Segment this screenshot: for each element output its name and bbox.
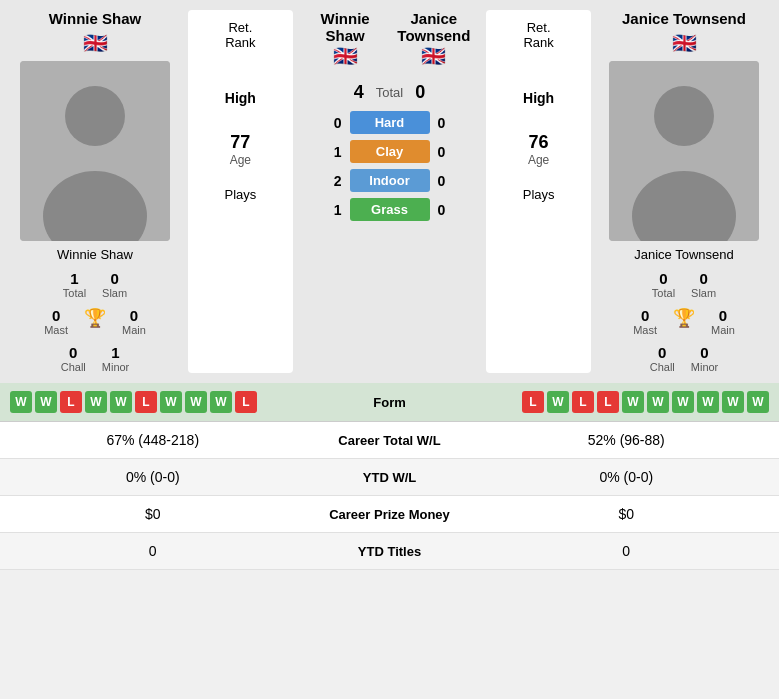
left-form-badge-1: W <box>35 391 57 413</box>
right-player-name: Janice Townsend <box>634 247 734 262</box>
stats-row-0: 67% (448-218) Career Total W/L 52% (96-8… <box>0 422 779 459</box>
right-form-badge-8: W <box>722 391 744 413</box>
surface-left-score-0: 0 <box>324 115 342 131</box>
right-ret-rank: Ret.Rank <box>523 20 553 50</box>
surface-row-2: 2 Indoor 0 <box>324 169 456 192</box>
left-form-badge-7: W <box>185 391 207 413</box>
right-form-badge-2: L <box>572 391 594 413</box>
right-mast-stat: 0 Mast <box>633 307 657 336</box>
right-chall-value: 0 <box>658 344 666 361</box>
left-total-value: 1 <box>70 270 78 287</box>
left-form-badge-9: L <box>235 391 257 413</box>
right-slam-stat: 0 Slam <box>691 270 716 299</box>
left-form-badge-4: W <box>110 391 132 413</box>
surface-badge-0: Hard <box>350 111 430 134</box>
right-minor-stat: 0 Minor <box>691 344 719 373</box>
right-form-badge-0: L <box>522 391 544 413</box>
right-player-photo <box>609 61 759 241</box>
right-player-stats-bot: 0 Chall 0 Minor <box>650 344 719 373</box>
center-right-player-name: Janice Townsend <box>390 10 479 44</box>
left-high: High <box>225 90 256 106</box>
right-form-badge-3: L <box>597 391 619 413</box>
total-score-row: 4 Total 0 <box>301 82 479 103</box>
left-trophy: 🏆 <box>84 307 106 336</box>
right-header-name: Janice Townsend <box>622 10 746 27</box>
left-age-label: Age <box>230 153 251 167</box>
center-left-name: Winnie Shaw 🇬🇧 <box>301 10 390 68</box>
left-flag: 🇬🇧 <box>83 31 108 55</box>
left-plays-label: Plays <box>224 187 256 202</box>
right-age-label: Age <box>528 153 549 167</box>
right-trophy: 🏆 <box>673 307 695 336</box>
center-left-flag: 🇬🇧 <box>301 44 390 68</box>
right-slam-label: Slam <box>691 287 716 299</box>
left-player-name: Winnie Shaw <box>57 247 133 262</box>
left-minor-value: 1 <box>111 344 119 361</box>
stats-row-3: 0 YTD Titles 0 <box>0 533 779 570</box>
surface-badge-1: Clay <box>350 140 430 163</box>
right-player-stats-mid: 0 Mast 🏆 0 Main <box>633 307 735 336</box>
form-label: Form <box>330 395 450 410</box>
right-age-value: 76 <box>528 132 549 153</box>
stats-center-2: Career Prize Money <box>290 507 490 522</box>
left-player-photo <box>20 61 170 241</box>
surface-right-score-3: 0 <box>438 202 456 218</box>
right-trophy-icon: 🏆 <box>673 307 695 329</box>
top-section: Winnie Shaw🇬🇧 Winnie Shaw 1 Total 0 Slam <box>0 0 779 383</box>
right-form-badges: LWLLWWWWWW <box>450 391 770 413</box>
left-player-stats-mid: 0 Mast 🏆 0 Main <box>44 307 146 336</box>
stats-center-3: YTD Titles <box>290 544 490 559</box>
left-form-badge-0: W <box>10 391 32 413</box>
stats-right-0: 52% (96-88) <box>490 432 764 448</box>
stats-left-3: 0 <box>16 543 290 559</box>
right-plays-label: Plays <box>523 187 555 202</box>
left-header-name: Winnie Shaw <box>49 10 141 27</box>
left-ret-rank: Ret.Rank <box>225 20 255 50</box>
left-player-stats-bot: 0 Chall 1 Minor <box>61 344 130 373</box>
right-form-badge-4: W <box>622 391 644 413</box>
left-main-value: 0 <box>130 307 138 324</box>
right-total-label: Total <box>652 287 675 299</box>
right-slam-value: 0 <box>699 270 707 287</box>
stats-right-3: 0 <box>490 543 764 559</box>
left-total-label: Total <box>63 287 86 299</box>
left-main-label: Main <box>122 324 146 336</box>
stats-right-2: $0 <box>490 506 764 522</box>
left-mast-label: Mast <box>44 324 68 336</box>
center-left-player-name: Winnie Shaw <box>301 10 390 44</box>
form-row: WWLWWLWWWL Form LWLLWWWWWW <box>0 383 779 422</box>
surface-rows: 0 Hard 0 1 Clay 0 2 Indoor 0 1 Grass 0 <box>301 111 479 221</box>
left-minor-label: Minor <box>102 361 130 373</box>
left-total-stat: 1 Total <box>63 270 86 299</box>
right-chall-label: Chall <box>650 361 675 373</box>
left-mast-stat: 0 Mast <box>44 307 68 336</box>
left-trophy-icon: 🏆 <box>84 307 106 329</box>
total-label: Total <box>376 85 403 100</box>
surface-left-score-1: 1 <box>324 144 342 160</box>
left-main-stat: 0 Main <box>122 307 146 336</box>
left-age-value: 77 <box>230 132 251 153</box>
center-right-name: Janice Townsend 🇬🇧 <box>390 10 479 68</box>
right-chall-stat: 0 Chall <box>650 344 675 373</box>
surface-row-1: 1 Clay 0 <box>324 140 456 163</box>
stats-right-1: 0% (0-0) <box>490 469 764 485</box>
right-high: High <box>523 90 554 106</box>
surface-row-3: 1 Grass 0 <box>324 198 456 221</box>
left-total-score: 4 <box>354 82 364 103</box>
left-form-badges: WWLWWLWWWL <box>10 391 330 413</box>
right-main-value: 0 <box>719 307 727 324</box>
left-form-badge-6: W <box>160 391 182 413</box>
left-slam-value: 0 <box>110 270 118 287</box>
right-mast-value: 0 <box>641 307 649 324</box>
left-minor-stat: 1 Minor <box>102 344 130 373</box>
left-mast-value: 0 <box>52 307 60 324</box>
left-chall-label: Chall <box>61 361 86 373</box>
center-names-row: Winnie Shaw 🇬🇧 Janice Townsend 🇬🇧 <box>301 10 479 68</box>
stats-left-1: 0% (0-0) <box>16 469 290 485</box>
left-chall-stat: 0 Chall <box>61 344 86 373</box>
left-player-stats-top: 1 Total 0 Slam <box>63 270 127 299</box>
stats-row-2: $0 Career Prize Money $0 <box>0 496 779 533</box>
right-minor-value: 0 <box>700 344 708 361</box>
stats-center-1: YTD W/L <box>290 470 490 485</box>
left-form-badge-3: W <box>85 391 107 413</box>
